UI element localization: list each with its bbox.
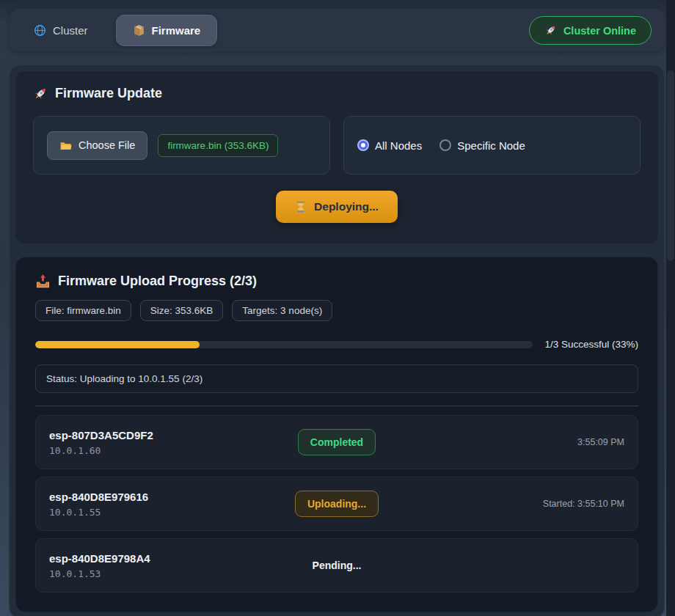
outbox-tray-icon xyxy=(35,274,51,289)
meta-badge: Targets: 3 node(s) xyxy=(232,300,332,321)
node-row: esp-840D8E9798A4 10.0.1.53 Pending... xyxy=(35,538,638,593)
cluster-online-label: Cluster Online xyxy=(563,25,636,37)
firmware-update-title: Firmware Update xyxy=(55,86,162,101)
tab-firmware[interactable]: Firmware xyxy=(116,15,218,46)
node-status-badge: Completed xyxy=(298,429,376,455)
scrollbar-track[interactable] xyxy=(666,0,675,616)
status-box: Status: Uploading to 10.0.1.55 (2/3) xyxy=(35,364,638,393)
target-select-box: All Nodes Specific Node xyxy=(343,116,641,175)
node-name: esp-840D8E979616 xyxy=(49,491,295,503)
deploy-row: Deploying... xyxy=(33,191,641,223)
choose-file-label: Choose File xyxy=(79,139,135,151)
page: Cluster Firmware Cluster Online Firmware… xyxy=(9,9,665,616)
rocket-icon xyxy=(544,24,557,37)
node-ip: 10.0.1.55 xyxy=(49,507,295,518)
cluster-online-badge: Cluster Online xyxy=(529,16,652,45)
node-identity: esp-807D3A5CD9F2 10.0.1.60 xyxy=(49,429,298,456)
progress-bar-fill xyxy=(35,341,200,348)
choose-file-button[interactable]: Choose File xyxy=(47,131,147,160)
radio-label: All Nodes xyxy=(375,139,422,152)
node-identity: esp-840D8E979616 10.0.1.55 xyxy=(49,491,295,518)
selected-file-badge: firmware.bin (353.6KB) xyxy=(158,134,278,157)
target-radio-group: All Nodes Specific Node xyxy=(357,139,525,152)
file-select-box: Choose File firmware.bin (353.6KB) xyxy=(33,116,330,175)
node-list: esp-807D3A5CD9F2 10.0.1.60 Completed 3:5… xyxy=(35,415,638,593)
deploy-button[interactable]: Deploying... xyxy=(276,191,398,223)
divider xyxy=(35,406,638,406)
node-name: esp-807D3A5CD9F2 xyxy=(49,429,298,441)
firmware-update-title-row: Firmware Update xyxy=(33,86,641,101)
node-timestamp: Started: 3:55:10 PM xyxy=(543,499,624,509)
firmware-update-card: Firmware Update Choose File firmware.bin… xyxy=(15,71,658,243)
upload-progress-title: Firmware Upload Progress (2/3) xyxy=(58,274,257,289)
upload-progress-title-row: Firmware Upload Progress (2/3) xyxy=(35,274,638,289)
scrollbar-thumb[interactable] xyxy=(667,70,674,261)
radio-icon xyxy=(357,139,369,151)
deploy-button-label: Deploying... xyxy=(314,200,379,213)
hourglass-icon xyxy=(295,201,307,213)
upload-meta-badges: File: firmware.bin Size: 353.6KB Targets… xyxy=(35,300,638,321)
node-row: esp-807D3A5CD9F2 10.0.1.60 Completed 3:5… xyxy=(35,415,638,469)
target-radio-option[interactable]: All Nodes xyxy=(357,139,422,152)
upload-progress-card: Firmware Upload Progress (2/3) File: fir… xyxy=(15,257,658,612)
package-icon xyxy=(133,24,145,37)
node-row: esp-840D8E979616 10.0.1.55 Uploading... … xyxy=(35,477,638,531)
node-status-badge: Uploading... xyxy=(295,491,379,517)
node-name: esp-840D8E9798A4 xyxy=(49,552,313,565)
radio-icon xyxy=(439,139,451,151)
meta-badge: Size: 353.6KB xyxy=(140,300,224,321)
top-nav: Cluster Firmware Cluster Online xyxy=(9,9,665,52)
tab-firmware-label: Firmware xyxy=(152,24,201,37)
node-identity: esp-840D8E9798A4 10.0.1.53 xyxy=(49,552,313,579)
progress-bar xyxy=(35,341,533,348)
meta-badge: File: firmware.bin xyxy=(35,300,131,321)
node-ip: 10.0.1.60 xyxy=(49,445,298,456)
node-timestamp: 3:55:09 PM xyxy=(577,437,624,447)
update-controls: Choose File firmware.bin (353.6KB) All N… xyxy=(33,116,641,175)
main-container: Firmware Update Choose File firmware.bin… xyxy=(9,65,665,616)
globe-icon xyxy=(34,24,46,37)
tab-cluster[interactable]: Cluster xyxy=(22,17,100,44)
folder-icon xyxy=(59,139,72,152)
target-radio-option[interactable]: Specific Node xyxy=(439,139,525,152)
node-status-badge: Pending... xyxy=(313,553,362,578)
node-ip: 10.0.1.53 xyxy=(49,568,313,579)
tab-cluster-label: Cluster xyxy=(53,24,88,37)
radio-label: Specific Node xyxy=(457,139,525,152)
rocket-icon xyxy=(33,87,48,101)
progress-label: 1/3 Successful (33%) xyxy=(544,339,638,350)
progress-row: 1/3 Successful (33%) xyxy=(35,339,638,350)
